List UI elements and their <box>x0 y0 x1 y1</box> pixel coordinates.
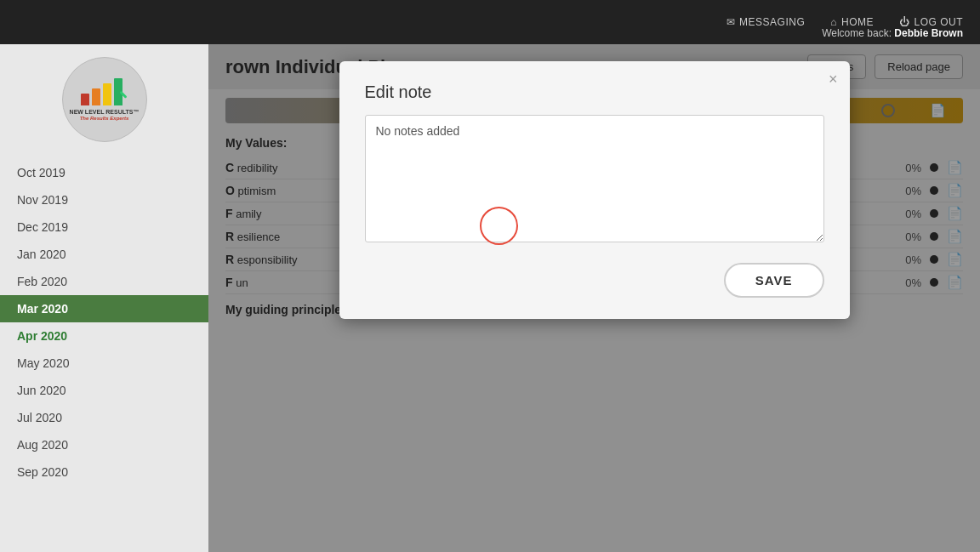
edit-note-modal: Edit note × No notes added SAVE <box>339 61 850 319</box>
logout-label: LOG OUT <box>914 16 963 28</box>
modal-close-button[interactable]: × <box>829 71 838 87</box>
sidebar-item-label: Oct 2019 <box>17 166 66 179</box>
sidebar-item-mar2020[interactable]: Mar 2020 <box>0 295 208 322</box>
sidebar-item-aug2020[interactable]: Aug 2020 <box>0 431 208 458</box>
sidebar-item-apr2020[interactable]: Apr 2020 <box>0 322 208 350</box>
power-icon: ⏻ <box>899 16 910 28</box>
modal-footer: SAVE <box>365 263 824 298</box>
sidebar-item-jul2020[interactable]: Jul 2020 <box>0 404 208 431</box>
sidebar-item-sep2020[interactable]: Sep 2020 <box>0 458 208 486</box>
sidebar-item-dec2019[interactable]: Dec 2019 <box>0 213 208 241</box>
user-name: Debbie Brown <box>894 27 963 39</box>
textarea-wrapper: No notes added <box>365 115 824 246</box>
sidebar-item-label: Sep 2020 <box>17 465 68 479</box>
bar3 <box>103 83 111 105</box>
logo-area: NEW LEVEL RESULTS™ The Results Experts <box>0 44 208 151</box>
sidebar: NEW LEVEL RESULTS™ The Results Experts O… <box>0 44 208 552</box>
home-label: HOME <box>841 16 874 28</box>
home-link[interactable]: ⌂ HOME <box>830 16 874 28</box>
modal-title: Edit note <box>365 83 824 102</box>
logo-bars <box>81 78 128 105</box>
sidebar-item-label: Jul 2020 <box>17 411 62 424</box>
top-navigation: ✉ MESSAGING ⌂ HOME ⏻ LOG OUT Welcome bac… <box>0 0 980 44</box>
sidebar-item-label: Mar 2020 <box>17 302 68 316</box>
messaging-label: MESSAGING <box>739 16 805 28</box>
sidebar-item-jun2020[interactable]: Jun 2020 <box>0 377 208 404</box>
sidebar-item-label: Jun 2020 <box>17 384 66 397</box>
content-area: rown Individual Plan graphs Reload page … <box>208 44 980 552</box>
sidebar-item-oct2019[interactable]: Oct 2019 <box>0 159 208 186</box>
logout-link[interactable]: ⏻ LOG OUT <box>899 16 963 28</box>
bar2 <box>92 88 100 105</box>
save-button[interactable]: SAVE <box>724 263 824 298</box>
sidebar-item-jan2020[interactable]: Jan 2020 <box>0 241 208 268</box>
sidebar-item-feb2020[interactable]: Feb 2020 <box>0 268 208 295</box>
welcome-text: Welcome back: <box>822 27 892 39</box>
welcome-message: Welcome back: Debbie Brown <box>822 27 963 39</box>
messaging-link[interactable]: ✉ MESSAGING <box>726 16 806 28</box>
main-layout: NEW LEVEL RESULTS™ The Results Experts O… <box>0 44 980 552</box>
sidebar-item-may2020[interactable]: May 2020 <box>0 350 208 377</box>
sidebar-item-label: May 2020 <box>17 356 69 370</box>
sidebar-item-nov2019[interactable]: Nov 2019 <box>0 186 208 213</box>
sidebar-item-label: Feb 2020 <box>17 275 67 288</box>
sidebar-nav: Oct 2019 Nov 2019 Dec 2019 Jan 2020 Feb … <box>0 151 208 494</box>
modal-overlay: Edit note × No notes added SAVE <box>208 44 980 552</box>
bar1 <box>81 94 89 105</box>
note-textarea[interactable]: No notes added <box>365 115 824 242</box>
sidebar-item-label: Aug 2020 <box>17 438 68 452</box>
envelope-icon: ✉ <box>726 16 736 28</box>
sidebar-item-label: Apr 2020 <box>17 329 67 343</box>
sidebar-item-label: Dec 2019 <box>17 220 68 234</box>
logo-text-line1: NEW LEVEL RESULTS™ <box>70 109 140 116</box>
sidebar-item-label: Nov 2019 <box>17 193 68 207</box>
home-icon: ⌂ <box>830 16 837 28</box>
logo: NEW LEVEL RESULTS™ The Results Experts <box>62 57 147 142</box>
logo-tagline: The Results Experts <box>80 116 129 121</box>
sidebar-item-label: Jan 2020 <box>17 248 66 261</box>
